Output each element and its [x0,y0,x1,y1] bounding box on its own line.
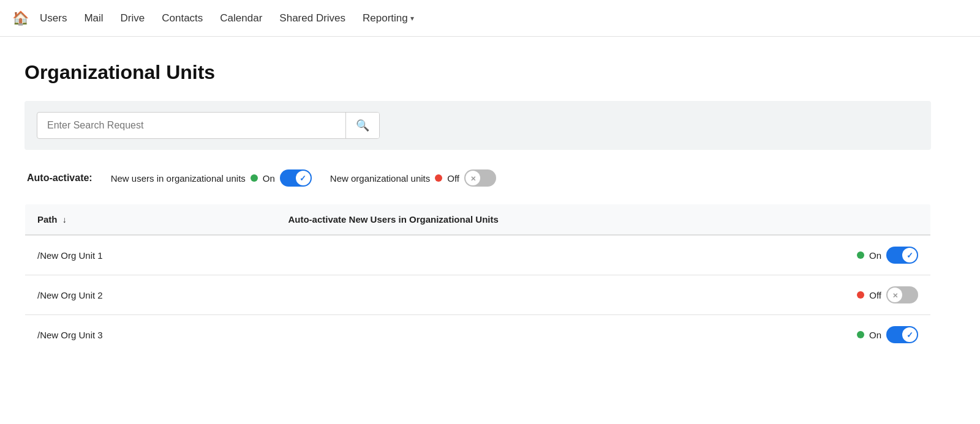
table-row: /New Org Unit 1 On [25,235,931,275]
nav-mail[interactable]: Mail [84,12,103,24]
status-dot-red-1 [435,174,442,182]
auto-activate-new-ou-text: New organizational units [330,173,430,184]
path-cell: /New Org Unit 2 [25,275,276,315]
row-toggle[interactable] [886,286,918,303]
auto-activate-new-users-status: On [263,173,275,184]
status-dot-red [857,291,864,299]
auto-activate-row: Auto-activate: New users in organization… [24,169,931,187]
table-header-row: Path ↓ Auto-activate New Users in Organi… [25,204,931,236]
reporting-dropdown-icon: ▾ [410,14,414,23]
table-row: /New Org Unit 3 On [25,315,931,355]
auto-activate-new-users-text: New users in organizational units [111,173,246,184]
row-status: On [869,250,881,261]
toggle-check-icon [300,174,306,183]
col-path-header[interactable]: Path ↓ [25,204,276,236]
col-autoactivate-header: Auto-activate New Users in Organizationa… [276,204,930,236]
search-section: 🔍 [24,101,931,150]
nav-users[interactable]: Users [40,12,67,24]
status-dot-green [857,331,864,338]
toggle-cell: On [276,315,930,355]
row-status: Off [869,290,881,300]
auto-activate-new-ou-group: New organizational units Off [330,169,496,187]
toggle-x-icon [470,174,476,183]
search-button[interactable]: 🔍 [345,113,379,138]
nav-calendar[interactable]: Calendar [220,12,262,24]
row-toggle[interactable] [886,326,918,343]
toggle-new-ou[interactable] [464,169,496,187]
auto-activate-new-ou-status: Off [447,173,459,184]
auto-activate-new-users-group: New users in organizational units On [111,169,312,187]
toggle-cell: On [276,235,930,275]
home-icon[interactable]: 🏠 [12,10,29,26]
top-nav: 🏠 Users Mail Drive Contacts Calendar Sha… [0,0,980,37]
toggle-check-icon [907,251,913,260]
table-row: /New Org Unit 2 Off [25,275,931,315]
row-status: On [869,330,881,340]
status-dot-green [857,251,864,259]
nav-shared-drives[interactable]: Shared Drives [279,12,345,24]
auto-activate-label: Auto-activate: [27,173,92,184]
path-cell: /New Org Unit 1 [25,235,276,275]
toggle-x-icon [892,291,898,300]
status-dot-green-1 [251,174,258,182]
sort-arrow-icon: ↓ [62,215,67,225]
path-cell: /New Org Unit 3 [25,315,276,355]
search-input[interactable] [37,113,345,138]
search-icon: 🔍 [356,119,369,132]
nav-reporting[interactable]: Reporting ▾ [363,12,414,24]
ou-table: Path ↓ Auto-activate New Users in Organi… [24,204,931,355]
page-title: Organizational Units [24,61,931,84]
nav-drive[interactable]: Drive [121,12,145,24]
toggle-new-users[interactable] [280,169,312,187]
nav-contacts[interactable]: Contacts [162,12,203,24]
toggle-cell: Off [276,275,930,315]
row-toggle[interactable] [886,247,918,264]
search-box: 🔍 [37,112,380,139]
toggle-check-icon [907,330,913,340]
